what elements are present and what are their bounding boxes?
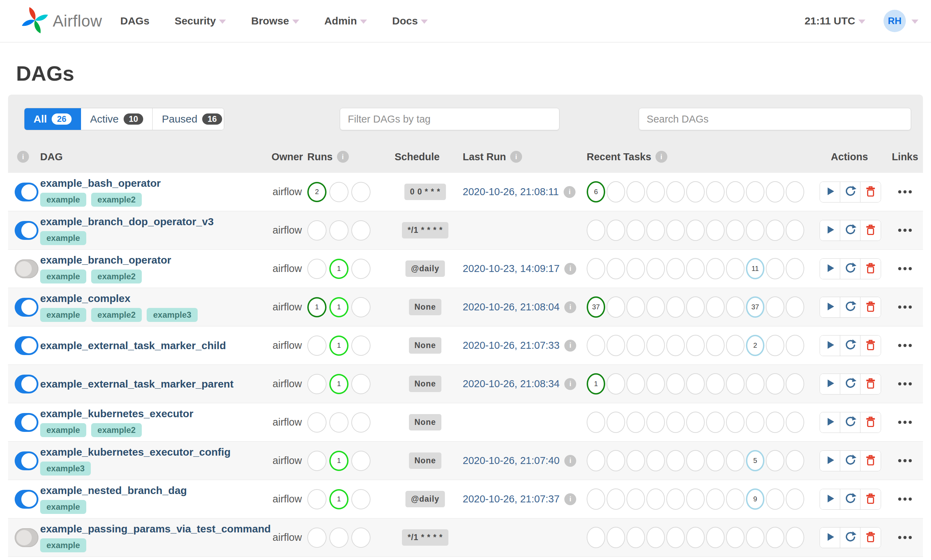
delete-dag-button[interactable] — [860, 489, 881, 509]
links-button[interactable] — [895, 264, 915, 274]
trigger-dag-button[interactable] — [820, 374, 840, 394]
trigger-dag-button[interactable] — [820, 335, 840, 356]
task-state-circle-success[interactable]: 37 — [587, 296, 605, 318]
links-button[interactable] — [895, 379, 915, 389]
dag-pause-toggle[interactable] — [15, 451, 38, 470]
schedule-badge[interactable]: */1 * * * * — [402, 222, 448, 238]
links-button[interactable] — [895, 187, 915, 197]
dag-tag[interactable]: example3 — [147, 308, 197, 322]
dag-tag[interactable]: example2 — [91, 193, 142, 207]
schedule-badge[interactable]: None — [409, 452, 442, 469]
trigger-dag-button[interactable] — [820, 182, 840, 202]
dag-tag[interactable]: example2 — [91, 308, 142, 322]
dag-name-link[interactable]: example_kubernetes_executor_config — [40, 446, 231, 458]
dag-name-link[interactable]: example_branch_dop_operator_v3 — [40, 216, 214, 228]
refresh-dag-button[interactable] — [840, 451, 860, 471]
links-button[interactable] — [895, 225, 915, 235]
schedule-badge[interactable]: 0 0 * * * — [405, 184, 446, 200]
last-run-link[interactable]: 2020-10-26, 21:07:33 — [463, 340, 559, 351]
delete-dag-button[interactable] — [860, 528, 881, 548]
trigger-dag-button[interactable] — [820, 412, 840, 432]
dag-tag[interactable]: example — [40, 231, 86, 245]
dag-name-link[interactable]: example_external_task_marker_child — [40, 340, 226, 352]
delete-dag-button[interactable] — [860, 451, 881, 471]
last-run-link[interactable]: 2020-10-26, 21:08:04 — [463, 301, 559, 313]
last-run-link[interactable]: 2020-10-26, 21:07:40 — [463, 455, 559, 466]
refresh-dag-button[interactable] — [840, 528, 860, 548]
links-button[interactable] — [895, 532, 915, 543]
dag-tag[interactable]: example — [40, 193, 86, 207]
run-state-circle-success[interactable]: 2 — [307, 182, 326, 202]
clock-dropdown[interactable]: 21:11 UTC — [805, 15, 865, 27]
delete-dag-button[interactable] — [860, 182, 881, 202]
schedule-badge[interactable]: None — [409, 299, 442, 315]
links-button[interactable] — [895, 340, 915, 351]
run-state-circle-running[interactable]: 1 — [329, 259, 349, 279]
dag-pause-toggle[interactable] — [15, 375, 38, 394]
dag-pause-toggle[interactable] — [15, 298, 38, 317]
column-header-schedule[interactable]: Schedule — [388, 151, 463, 163]
dag-pause-toggle[interactable] — [15, 528, 38, 547]
last-run-link[interactable]: 2020-10-23, 14:09:17 — [463, 263, 559, 274]
search-input[interactable] — [639, 108, 911, 130]
dag-tag[interactable]: example — [40, 500, 86, 514]
links-button[interactable] — [895, 417, 915, 427]
refresh-dag-button[interactable] — [840, 489, 860, 509]
nav-item-security[interactable]: Security — [175, 15, 226, 27]
dag-tag[interactable]: example3 — [40, 462, 91, 475]
column-header-owner[interactable]: Owner — [267, 151, 307, 163]
brand[interactable]: Airflow — [20, 5, 102, 37]
dag-name-link[interactable]: example_passing_params_via_test_command — [40, 523, 271, 535]
task-state-circle-success[interactable]: 6 — [587, 181, 605, 203]
dag-name-link[interactable]: example_branch_operator — [40, 254, 171, 266]
trigger-dag-button[interactable] — [820, 528, 840, 548]
delete-dag-button[interactable] — [860, 297, 881, 317]
dag-name-link[interactable]: example_complex — [40, 292, 130, 305]
trigger-dag-button[interactable] — [820, 259, 840, 279]
nav-item-dags[interactable]: DAGs — [120, 15, 149, 27]
schedule-badge[interactable]: None — [409, 376, 442, 392]
run-state-circle-success[interactable]: 1 — [307, 297, 326, 317]
last-run-link[interactable]: 2020-10-26, 21:08:11 — [463, 186, 559, 198]
schedule-badge[interactable]: @daily — [405, 491, 445, 507]
refresh-dag-button[interactable] — [840, 297, 860, 317]
refresh-dag-button[interactable] — [840, 335, 860, 356]
tab-paused[interactable]: Paused 16 — [152, 108, 224, 130]
dag-tag[interactable]: example — [40, 423, 86, 437]
trigger-dag-button[interactable] — [820, 297, 840, 317]
dag-name-link[interactable]: example_nested_branch_dag — [40, 485, 187, 497]
dag-name-link[interactable]: example_external_task_marker_parent — [40, 378, 234, 390]
delete-dag-button[interactable] — [860, 374, 881, 394]
links-button[interactable] — [895, 494, 915, 504]
last-run-link[interactable]: 2020-10-26, 21:07:37 — [463, 493, 559, 505]
refresh-dag-button[interactable] — [840, 412, 860, 432]
refresh-dag-button[interactable] — [840, 374, 860, 394]
task-state-circle-none[interactable]: 11 — [746, 258, 765, 279]
schedule-badge[interactable]: */1 * * * * — [402, 529, 448, 546]
dag-tag[interactable]: example2 — [91, 423, 142, 437]
task-state-circle-none[interactable]: 9 — [746, 488, 765, 510]
task-state-circle-none[interactable]: 2 — [746, 335, 765, 356]
schedule-badge[interactable]: None — [409, 414, 442, 431]
tag-filter-input[interactable] — [340, 108, 559, 130]
task-state-circle-success[interactable]: 1 — [587, 373, 605, 394]
nav-item-browse[interactable]: Browse — [251, 15, 299, 27]
dag-tag[interactable]: example — [40, 308, 86, 322]
links-button[interactable] — [895, 302, 915, 312]
run-state-circle-running[interactable]: 1 — [329, 451, 349, 471]
dag-tag[interactable]: example — [40, 269, 86, 283]
nav-item-docs[interactable]: Docs — [392, 15, 428, 27]
trigger-dag-button[interactable] — [820, 451, 840, 471]
refresh-dag-button[interactable] — [840, 182, 860, 202]
tab-active[interactable]: Active 10 — [81, 108, 152, 130]
run-state-circle-running[interactable]: 1 — [329, 335, 349, 356]
run-state-circle-running[interactable]: 1 — [329, 297, 349, 317]
task-state-circle-none[interactable]: 37 — [746, 296, 765, 318]
task-state-circle-none[interactable]: 5 — [746, 450, 765, 471]
dag-pause-toggle[interactable] — [15, 490, 38, 509]
schedule-badge[interactable]: None — [409, 337, 442, 354]
trigger-dag-button[interactable] — [820, 220, 840, 240]
user-menu[interactable]: RH — [883, 10, 919, 32]
dag-pause-toggle[interactable] — [15, 336, 38, 355]
run-state-circle-running[interactable]: 1 — [329, 374, 349, 394]
